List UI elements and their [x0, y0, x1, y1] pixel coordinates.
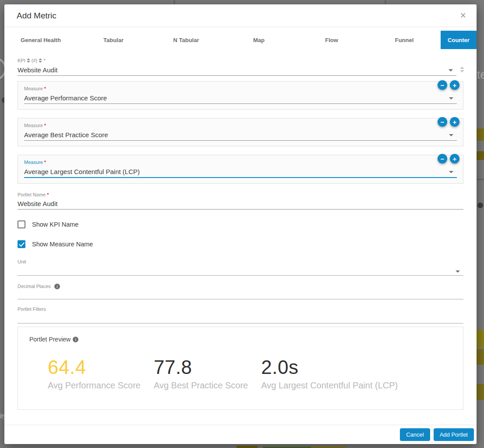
remove-measure-button[interactable]: − — [438, 117, 447, 127]
background-bottom-strip — [8, 444, 477, 448]
counter-lcp: 2.0s Avg Largest Contentful Paint (LCP) — [261, 357, 398, 391]
decimal-places-block: Decimal Places i — [18, 283, 463, 299]
counter-value: 64.4 — [48, 357, 141, 378]
kpi-label: KPI (#) * — [18, 57, 463, 64]
sort-arrows-icon — [39, 58, 42, 63]
measure-label: Measure* — [24, 159, 457, 166]
measure-label: Measure* — [24, 122, 457, 129]
background-top-strip — [0, 0, 484, 4]
background-bar — [477, 330, 484, 347]
measure-select[interactable]: Average Best Practice Score — [24, 129, 457, 141]
background-bar — [477, 349, 484, 365]
checkbox-label: Show KPI Name — [32, 221, 78, 228]
counter-value: 77.8 — [154, 357, 248, 378]
info-icon[interactable]: i — [54, 284, 60, 289]
portlet-name-input[interactable]: Website Audit — [18, 198, 463, 210]
unit-label: Unit — [18, 258, 463, 265]
dialog-body: KPI (#) * Website Audit Measure* Average… — [4, 49, 477, 425]
measure-label: Measure* — [24, 85, 457, 92]
measure-actions: − + — [438, 80, 459, 90]
preview-counters: 64.4 Avg Performance Score 77.8 Avg Best… — [29, 357, 452, 391]
add-measure-button[interactable]: + — [450, 80, 459, 90]
measure-actions: − + — [438, 154, 459, 164]
kpi-value: Website Audit — [18, 64, 456, 75]
info-icon[interactable]: i — [73, 337, 78, 342]
add-metric-dialog: Add Metric × General Health Tabular N Ta… — [4, 4, 477, 444]
show-kpi-name-checkbox[interactable] — [18, 220, 25, 228]
chevron-down-icon[interactable] — [449, 134, 453, 136]
measure-card-1: Measure* Average Performance Score − + — [18, 81, 463, 110]
add-portlet-button[interactable]: Add Portlet — [434, 428, 474, 441]
cancel-button[interactable]: Cancel — [400, 428, 430, 441]
portlet-name-label: Portlet Name* — [18, 191, 463, 198]
checkbox-label: Show Measure Name — [32, 241, 93, 248]
background-divider — [385, 0, 386, 4]
metric-type-tabs: General Health Tabular N Tabular Map Flo… — [4, 31, 477, 49]
background-icon — [477, 203, 483, 208]
counter-best-practice: 77.8 Avg Best Practice Score — [154, 357, 248, 391]
counter-label: Avg Performance Score — [48, 380, 141, 391]
background-right-strip: te — [477, 4, 484, 448]
dialog-title: Add Metric — [17, 11, 57, 21]
background-text-fragment: te — [477, 68, 484, 82]
background-bar — [477, 384, 484, 400]
show-kpi-name-option[interactable]: Show KPI Name — [18, 220, 463, 229]
tab-counter[interactable]: Counter — [441, 31, 477, 49]
kpi-field-block: KPI (#) * Website Audit — [18, 57, 463, 76]
tab-n-tabular[interactable]: N Tabular — [150, 31, 223, 49]
sort-arrows-icon — [27, 58, 30, 63]
measure-select[interactable]: Average Largest Contentful Paint (LCP) — [24, 166, 457, 178]
decimal-places-input[interactable] — [18, 290, 463, 299]
close-icon[interactable]: × — [460, 11, 466, 21]
unit-block: Unit — [18, 258, 463, 276]
counter-label: Avg Largest Contentful Paint (LCP) — [261, 380, 398, 391]
add-measure-button[interactable]: + — [450, 154, 459, 164]
background-divider — [477, 179, 484, 180]
tab-map[interactable]: Map — [223, 31, 295, 49]
measure-value: Average Largest Contentful Paint (LCP) — [24, 166, 457, 177]
portlet-preview-panel: Portlet Preview i 64.4 Avg Performance S… — [18, 327, 463, 410]
decimal-places-label: Decimal Places i — [18, 283, 463, 290]
add-measure-button[interactable]: + — [450, 117, 459, 127]
background-bar — [477, 128, 484, 141]
background-divider — [173, 0, 175, 4]
measure-select[interactable]: Average Performance Score — [24, 92, 457, 104]
tab-funnel[interactable]: Funnel — [368, 31, 441, 49]
tab-general-health[interactable]: General Health — [4, 31, 77, 49]
counter-value: 2.0s — [261, 357, 398, 378]
remove-measure-button[interactable]: − — [438, 80, 447, 90]
measure-card-2: Measure* Average Best Practice Score − + — [18, 118, 463, 146]
measure-value: Average Best Practice Score — [24, 129, 457, 140]
measure-card-3: Measure* Average Largest Contentful Pain… — [18, 155, 463, 184]
portlet-filters-block: Portlet Filters — [18, 306, 463, 324]
tab-tabular[interactable]: Tabular — [77, 31, 150, 49]
measure-actions: − + — [438, 117, 459, 127]
dialog-header: Add Metric × — [4, 4, 477, 27]
tab-flow[interactable]: Flow — [295, 31, 368, 49]
spinner-arrows-icon[interactable] — [460, 67, 464, 72]
portlet-name-block: Portlet Name* Website Audit — [18, 191, 463, 210]
counter-performance: 64.4 Avg Performance Score — [48, 357, 141, 391]
chevron-down-icon[interactable] — [449, 171, 453, 173]
background-bar — [477, 151, 484, 160]
remove-measure-button[interactable]: − — [438, 154, 447, 164]
measure-value: Average Performance Score — [24, 92, 457, 103]
chevron-down-icon[interactable] — [449, 97, 453, 100]
unit-select[interactable] — [18, 265, 463, 276]
portlet-preview-title: Portlet Preview i — [29, 336, 452, 343]
portlet-filters-input[interactable] — [18, 313, 463, 324]
show-measure-name-checkbox[interactable] — [18, 240, 25, 248]
chevron-down-icon[interactable] — [449, 69, 453, 71]
dialog-footer: Cancel Add Portlet — [4, 425, 477, 444]
background-bar — [237, 446, 258, 448]
chevron-down-icon[interactable] — [456, 270, 460, 273]
kpi-select[interactable]: Website Audit — [18, 64, 456, 76]
show-measure-name-option[interactable]: Show Measure Name — [18, 240, 463, 249]
portlet-filters-label: Portlet Filters — [18, 306, 463, 313]
counter-label: Avg Best Practice Score — [154, 380, 248, 391]
